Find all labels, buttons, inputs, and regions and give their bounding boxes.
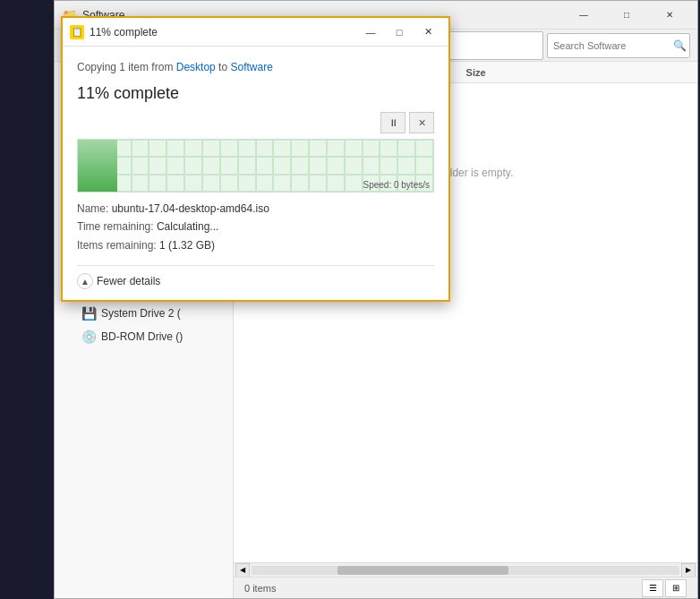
- grid-cell: [166, 157, 184, 174]
- grid-cell: [397, 140, 415, 157]
- explorer-minimize-button[interactable]: —: [563, 1, 604, 30]
- grid-cell: [238, 157, 256, 174]
- copy-progress-title: 11% complete: [77, 84, 434, 103]
- grid-cell: [132, 157, 149, 174]
- items-count: 0 items: [244, 583, 276, 594]
- bd-icon: 💿: [81, 329, 96, 344]
- details-view-button[interactable]: ☰: [642, 579, 663, 597]
- grid-cell: [380, 140, 397, 157]
- progress-speed: Speed: 0 bytes/s: [363, 180, 431, 190]
- name-row: Name: ubuntu-17.04-desktop-amd64.iso: [77, 200, 434, 218]
- dialog-close-button[interactable]: ✕: [414, 21, 441, 43]
- from-location-link[interactable]: Desktop: [176, 61, 216, 73]
- grid-cell: [202, 157, 220, 174]
- scroll-thumb[interactable]: [337, 566, 508, 575]
- grid-cell: [132, 140, 149, 157]
- fewer-details-section[interactable]: ▲ Fewer details: [77, 265, 434, 289]
- copy-to-label: to: [218, 61, 227, 73]
- grid-cell: [380, 157, 397, 174]
- dialog-title-text: 11% complete: [90, 26, 158, 39]
- grid-cell: [184, 175, 202, 192]
- scroll-left-arrow[interactable]: ◀: [235, 563, 250, 578]
- grid-cell: [309, 157, 327, 174]
- cancel-button[interactable]: ✕: [409, 112, 434, 133]
- explorer-maximize-button[interactable]: □: [606, 1, 647, 30]
- grid-cell: [256, 175, 274, 192]
- copy-from-label: Copying 1 item from: [77, 61, 173, 73]
- copy-details: Name: ubuntu-17.04-desktop-amd64.iso Tim…: [77, 200, 434, 254]
- scroll-right-arrow[interactable]: ▶: [681, 563, 696, 578]
- grid-cell: [309, 140, 327, 157]
- copy-dialog: 📋 11% complete — □ ✕ Copying 1 item from…: [61, 16, 450, 302]
- grid-cell: [345, 140, 363, 157]
- dialog-icon: 📋: [70, 25, 84, 39]
- grid-cell: [149, 157, 166, 174]
- dialog-maximize-button[interactable]: □: [386, 21, 413, 43]
- grid-cell: [220, 175, 238, 192]
- grid-cell: [291, 157, 309, 174]
- grid-cell: [327, 157, 345, 174]
- col-size: Size: [466, 67, 486, 78]
- grid-cell: [220, 140, 238, 157]
- progress-fill: [78, 140, 117, 192]
- sidebar-item-label-bd-rom: BD-ROM Drive (): [101, 330, 183, 343]
- grid-cell: [415, 157, 433, 174]
- dialog-titlebar: 📋 11% complete — □ ✕: [63, 18, 448, 47]
- grid-cell: [220, 157, 238, 174]
- grid-cell: [184, 157, 202, 174]
- grid-cell: [273, 157, 291, 174]
- drive-s-icon: 💾: [81, 306, 96, 321]
- grid-cell: [345, 157, 363, 174]
- grid-cell: [397, 157, 415, 174]
- grid-cell: [149, 140, 166, 157]
- grid-cell: [345, 175, 363, 192]
- icons-view-button[interactable]: ⊞: [665, 579, 687, 597]
- sidebar-item-bd-rom[interactable]: 💿 BD-ROM Drive (): [55, 325, 233, 348]
- grid-cell: [273, 140, 291, 157]
- items-remaining-row: Items remaining: 1 (1.32 GB): [77, 236, 434, 254]
- fewer-details-label: Fewer details: [97, 275, 160, 287]
- time-remaining-row: Time remaining: Calculating...: [77, 218, 434, 235]
- scroll-track[interactable]: [252, 566, 679, 575]
- items-remaining-label: Items remaining:: [77, 239, 157, 252]
- grid-cell: [132, 175, 149, 192]
- view-buttons: ☰ ⊞: [642, 579, 687, 597]
- pause-button[interactable]: ⏸: [380, 112, 405, 133]
- grid-cell: [166, 140, 184, 157]
- grid-cell: [415, 140, 433, 157]
- status-bar: 0 items ☰ ⊞: [234, 577, 697, 598]
- grid-cell: [202, 175, 220, 192]
- search-icon: 🔍: [673, 39, 687, 52]
- sidebar-item-label-system-drive: System Drive 2 (: [101, 307, 181, 320]
- grid-cell: [202, 140, 220, 157]
- grid-cell: [363, 157, 380, 174]
- time-remaining-value: Calculating...: [157, 220, 218, 233]
- dialog-minimize-button[interactable]: —: [357, 21, 384, 43]
- dialog-icon-symbol: 📋: [72, 27, 82, 37]
- grid-cell: [291, 140, 309, 157]
- search-area[interactable]: 🔍: [547, 33, 690, 58]
- horizontal-scrollbar[interactable]: ◀ ▶: [234, 562, 697, 577]
- items-remaining-value: 1 (1.32 GB): [159, 239, 215, 252]
- dialog-body: Copying 1 item from Desktop to Software …: [63, 47, 448, 300]
- to-location-link[interactable]: Software: [230, 61, 272, 73]
- name-value: ubuntu-17.04-desktop-amd64.iso: [112, 202, 269, 215]
- grid-cell: [309, 175, 327, 192]
- explorer-close-button[interactable]: ✕: [649, 1, 690, 30]
- progress-controls: ⏸ ✕: [77, 112, 434, 133]
- grid-cell: [256, 157, 274, 174]
- sidebar-item-system-drive[interactable]: 💾 System Drive 2 (: [55, 302, 233, 325]
- copy-source-text: Copying 1 item from Desktop to Software: [77, 61, 434, 73]
- fewer-details-icon: ▲: [77, 273, 93, 289]
- grid-cell: [363, 140, 380, 157]
- grid-cell: [238, 175, 256, 192]
- progress-bar-container: Speed: 0 bytes/s: [77, 139, 434, 193]
- search-input[interactable]: [553, 40, 670, 51]
- time-remaining-label: Time remaining:: [77, 220, 154, 233]
- grid-cell: [256, 140, 274, 157]
- grid-cell: [184, 140, 202, 157]
- name-label: Name:: [77, 202, 108, 215]
- dialog-title-left: 📋 11% complete: [70, 25, 158, 39]
- grid-cell: [273, 175, 291, 192]
- window-controls: — □ ✕: [563, 1, 690, 30]
